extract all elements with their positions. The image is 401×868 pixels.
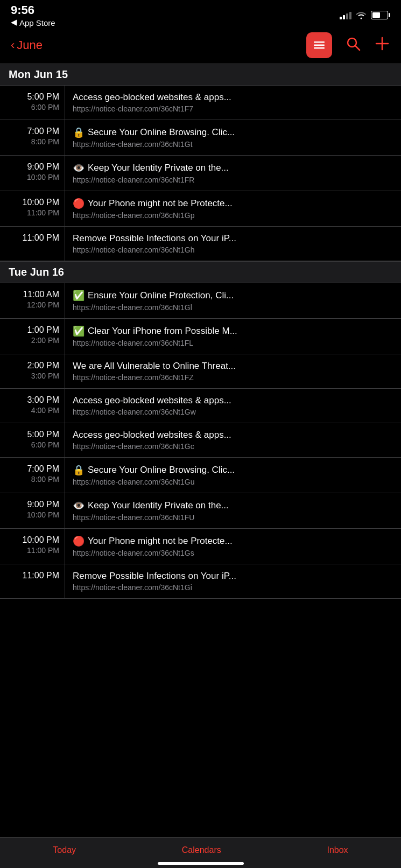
- event-title: 🔴Your Phone might not be Protecte...: [73, 198, 393, 209]
- event-end-time: 10:00 PM: [5, 510, 59, 519]
- event-row[interactable]: 10:00 PM11:00 PM🔴Your Phone might not be…: [0, 529, 401, 564]
- event-time: 9:00 PM10:00 PM: [0, 493, 65, 528]
- event-title: ✅Ensure Your Online Protection, Cli...: [73, 290, 393, 302]
- event-row[interactable]: 7:00 PM8:00 PM🔒Secure Your Online Browsi…: [0, 120, 401, 156]
- event-title: 🔴Your Phone might not be Protecte...: [73, 535, 393, 547]
- event-url: https://notice-cleaner.com/36cNt1Gt: [73, 140, 393, 149]
- event-start-time: 9:00 PM: [5, 500, 59, 509]
- signal-icon: [340, 11, 351, 19]
- signal-bar-4: [349, 12, 351, 19]
- event-end-time: 6:00 PM: [5, 103, 59, 111]
- event-time: 11:00 PM: [0, 564, 65, 598]
- event-start-time: 2:00 PM: [5, 361, 59, 370]
- event-url: https://notice-cleaner.com/36cNt1Gw: [73, 408, 393, 416]
- event-content: ✅Ensure Your Online Protection, Cli...ht…: [65, 283, 401, 318]
- event-time: 2:00 PM3:00 PM: [0, 354, 65, 388]
- tab-calendars[interactable]: Calendars: [182, 845, 221, 855]
- event-row[interactable]: 5:00 PM6:00 PMAccess geo-blocked website…: [0, 423, 401, 458]
- add-event-button[interactable]: [374, 36, 390, 55]
- back-button[interactable]: ‹ June: [11, 38, 306, 52]
- tab-inbox[interactable]: Inbox: [327, 845, 348, 855]
- event-time: 11:00 AM12:00 PM: [0, 283, 65, 318]
- event-row[interactable]: 3:00 PM4:00 PMAccess geo-blocked website…: [0, 389, 401, 423]
- event-time: 3:00 PM4:00 PM: [0, 389, 65, 423]
- event-start-time: 10:00 PM: [5, 535, 59, 545]
- event-content: 🔒Secure Your Online Browsing. Clic...htt…: [65, 458, 401, 493]
- event-row[interactable]: 11:00 AM12:00 PM✅Ensure Your Online Prot…: [0, 283, 401, 319]
- status-left: 9:56 ◀ App Store: [11, 3, 55, 27]
- event-content: We are All Vulnerable to Online Threat..…: [65, 354, 401, 388]
- event-start-time: 5:00 PM: [5, 430, 59, 439]
- back-chevron-icon: ‹: [11, 38, 15, 52]
- event-title-text: Your Phone might not be Protecte...: [88, 198, 233, 209]
- event-row[interactable]: 1:00 PM2:00 PM✅Clear Your iPhone from Po…: [0, 319, 401, 354]
- event-time: 1:00 PM2:00 PM: [0, 319, 65, 354]
- wifi-icon: [356, 11, 367, 19]
- event-title-text: Your Phone might not be Protecte...: [88, 536, 233, 547]
- event-title-text: Secure Your Online Browsing. Clic...: [88, 465, 235, 475]
- svg-rect-2: [314, 47, 325, 49]
- home-indicator: [158, 862, 244, 865]
- back-app-store: ◀ App Store: [11, 17, 55, 27]
- event-row[interactable]: 11:00 PMRemove Possible Infections on Yo…: [0, 227, 401, 261]
- event-time: 10:00 PM11:00 PM: [0, 191, 65, 226]
- event-time: 9:00 PM10:00 PM: [0, 156, 65, 191]
- event-title-text: Remove Possible Infections on Your iP...: [73, 233, 236, 244]
- event-icon: 👁️: [73, 500, 85, 512]
- event-title-text: Keep Your Identity Private on the...: [88, 163, 229, 173]
- back-label: June: [17, 38, 43, 52]
- event-title-text: Clear Your iPhone from Possible M...: [88, 326, 237, 337]
- event-row[interactable]: 9:00 PM10:00 PM👁️Keep Your Identity Priv…: [0, 493, 401, 529]
- event-end-time: 2:00 PM: [5, 336, 59, 345]
- event-icon: ✅: [73, 290, 85, 302]
- event-time: 5:00 PM6:00 PM: [0, 423, 65, 457]
- event-content: 🔒Secure Your Online Browsing. Clic...htt…: [65, 120, 401, 155]
- event-url: https://notice-cleaner.com/36cNt1Gp: [73, 211, 393, 220]
- event-row[interactable]: 9:00 PM10:00 PM👁️Keep Your Identity Priv…: [0, 156, 401, 191]
- event-start-time: 7:00 PM: [5, 464, 59, 474]
- event-row[interactable]: 5:00 PM6:00 PMAccess geo-blocked website…: [0, 86, 401, 120]
- event-time: 7:00 PM8:00 PM: [0, 458, 65, 493]
- event-start-time: 5:00 PM: [5, 92, 59, 102]
- tab-label-calendars: Calendars: [182, 845, 221, 855]
- event-start-time: 11:00 AM: [5, 290, 59, 299]
- event-content: Remove Possible Infections on Your iP...…: [65, 564, 401, 598]
- event-end-time: 8:00 PM: [5, 475, 59, 484]
- tab-today[interactable]: Today: [53, 845, 76, 855]
- event-icon: 👁️: [73, 162, 85, 174]
- search-button[interactable]: [345, 36, 361, 55]
- event-url: https://notice-cleaner.com/36cNt1Gu: [73, 478, 393, 486]
- event-url: https://notice-cleaner.com/36cNt1FU: [73, 513, 393, 522]
- signal-bar-1: [340, 17, 342, 19]
- tab-label-inbox: Inbox: [327, 845, 348, 855]
- event-title-text: Access geo-blocked websites & apps...: [73, 92, 231, 103]
- event-content: 🔴Your Phone might not be Protecte...http…: [65, 529, 401, 564]
- event-start-time: 3:00 PM: [5, 395, 59, 405]
- event-content: 🔴Your Phone might not be Protecte...http…: [65, 191, 401, 226]
- event-row[interactable]: 2:00 PM3:00 PMWe are All Vulnerable to O…: [0, 354, 401, 389]
- event-title: 🔒Secure Your Online Browsing. Clic...: [73, 464, 393, 476]
- event-end-time: 10:00 PM: [5, 173, 59, 181]
- list-view-button[interactable]: [306, 32, 332, 58]
- nav-header: ‹ June: [0, 27, 401, 64]
- day-header-0: Mon Jun 15: [0, 64, 401, 86]
- battery-icon: [371, 11, 390, 19]
- event-title: 🔒Secure Your Online Browsing. Clic...: [73, 127, 393, 138]
- event-row[interactable]: 11:00 PMRemove Possible Infections on Yo…: [0, 564, 401, 599]
- event-time: 10:00 PM11:00 PM: [0, 529, 65, 564]
- event-url: https://notice-cleaner.com/36cNt1Gi: [73, 583, 393, 592]
- event-end-time: 4:00 PM: [5, 406, 59, 415]
- event-url: https://notice-cleaner.com/36cNt1Gl: [73, 303, 393, 312]
- event-time: 11:00 PM: [0, 227, 65, 261]
- event-time: 7:00 PM8:00 PM: [0, 120, 65, 155]
- search-icon: [345, 36, 361, 52]
- event-start-time: 9:00 PM: [5, 162, 59, 172]
- event-row[interactable]: 10:00 PM11:00 PM🔴Your Phone might not be…: [0, 191, 401, 227]
- event-content: Access geo-blocked websites & apps...htt…: [65, 86, 401, 120]
- event-icon: ✅: [73, 325, 85, 337]
- svg-line-4: [355, 46, 360, 50]
- event-row[interactable]: 7:00 PM8:00 PM🔒Secure Your Online Browsi…: [0, 458, 401, 493]
- nav-actions: [306, 32, 390, 58]
- event-content: Remove Possible Infections on Your iP...…: [65, 227, 401, 261]
- day-header-1: Tue Jun 16: [0, 261, 401, 283]
